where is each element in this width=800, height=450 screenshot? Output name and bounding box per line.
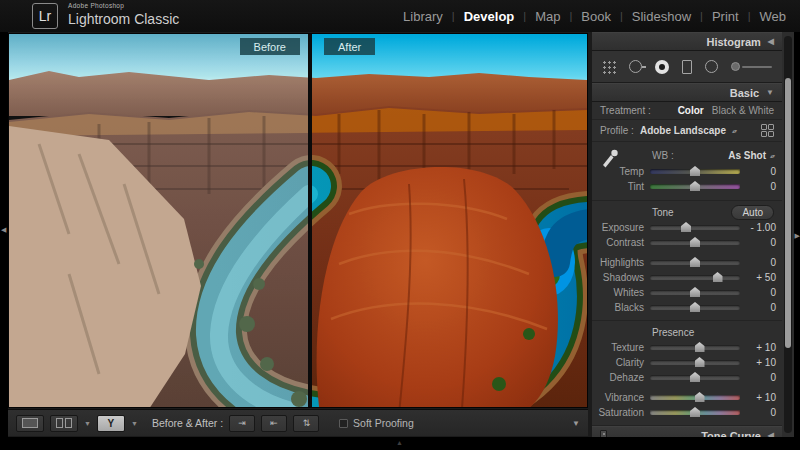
copy-after-to-before-button[interactable]: ⇤ bbox=[261, 415, 287, 432]
slider-value: + 10 bbox=[740, 357, 776, 368]
right-edge-strip[interactable]: ▶ bbox=[794, 32, 800, 450]
histogram-panel-header[interactable]: Histogram ◀ bbox=[592, 32, 782, 51]
soft-proofing-checkbox[interactable] bbox=[339, 419, 348, 428]
profile-browser-icon[interactable] bbox=[761, 124, 774, 137]
slider-track[interactable] bbox=[650, 225, 740, 230]
slider-label: Whites bbox=[592, 287, 650, 298]
treatment-bw-button[interactable]: Black & White bbox=[712, 105, 774, 116]
slider-track[interactable] bbox=[650, 290, 740, 295]
graduated-filter-icon[interactable] bbox=[682, 60, 692, 74]
profile-dropdown-icon[interactable]: ▴▾ bbox=[732, 127, 736, 134]
slider-label: Texture bbox=[592, 342, 650, 353]
loupe-view-button[interactable] bbox=[16, 415, 44, 432]
slider-knob[interactable] bbox=[690, 181, 700, 191]
slider-knob[interactable] bbox=[695, 392, 705, 402]
before-image[interactable] bbox=[9, 34, 308, 408]
after-image[interactable] bbox=[312, 34, 588, 408]
slider-value: 0 bbox=[740, 287, 776, 298]
compare-view-dropdown-icon[interactable]: ▼ bbox=[84, 420, 91, 427]
slider-label: Contrast bbox=[592, 237, 650, 248]
toolbar-overflow-chevron-icon[interactable]: ▼ bbox=[572, 419, 580, 428]
soft-proofing-toggle[interactable]: Soft Proofing bbox=[339, 417, 414, 429]
swap-before-after-button[interactable]: ⇅ bbox=[293, 415, 319, 432]
slider-value: 0 bbox=[740, 166, 776, 177]
spot-removal-icon[interactable] bbox=[629, 60, 642, 73]
scrollbar-thumb[interactable] bbox=[785, 78, 791, 348]
radial-filter-icon[interactable] bbox=[705, 60, 718, 73]
before-after-label: Before & After : bbox=[152, 417, 223, 429]
slider-blacks: Blacks0 bbox=[592, 300, 782, 315]
left-panel-collapsed-strip[interactable]: ◀ bbox=[0, 32, 8, 450]
basic-panel-header[interactable]: Basic ▼ bbox=[592, 83, 782, 102]
filmstrip-collapsed-bar[interactable]: ▲ bbox=[0, 437, 800, 450]
slider-knob[interactable] bbox=[690, 166, 700, 176]
profile-select[interactable]: Adobe Landscape bbox=[640, 125, 726, 136]
split-divider[interactable] bbox=[308, 34, 312, 408]
module-map[interactable]: Map bbox=[535, 9, 560, 24]
auto-tone-button[interactable]: Auto bbox=[731, 205, 774, 220]
module-develop[interactable]: Develop bbox=[464, 9, 515, 24]
red-eye-icon[interactable] bbox=[655, 60, 669, 74]
treatment-row: Treatment : Color Black & White bbox=[592, 102, 782, 120]
slider-track[interactable] bbox=[650, 305, 740, 310]
slider-value: 0 bbox=[740, 372, 776, 383]
slider-shadows: Shadows+ 50 bbox=[592, 270, 782, 285]
wb-select[interactable]: As Shot bbox=[728, 150, 766, 161]
panel-scrollbar[interactable] bbox=[784, 36, 792, 433]
module-book[interactable]: Book bbox=[581, 9, 611, 24]
slider-value: 0 bbox=[740, 302, 776, 313]
module-slideshow[interactable]: Slideshow bbox=[632, 9, 691, 24]
slider-value: 0 bbox=[740, 407, 776, 418]
slider-track[interactable] bbox=[650, 345, 740, 350]
slider-track[interactable] bbox=[650, 410, 740, 415]
slider-track[interactable] bbox=[650, 169, 740, 174]
copy-before-to-after-button[interactable]: ⇥ bbox=[229, 415, 255, 432]
slider-track[interactable] bbox=[650, 360, 740, 365]
slider-track[interactable] bbox=[650, 375, 740, 380]
slider-knob[interactable] bbox=[681, 222, 691, 232]
slider-label: Exposure bbox=[592, 222, 650, 233]
slider-track[interactable] bbox=[650, 275, 740, 280]
before-after-view[interactable]: Before After bbox=[8, 33, 588, 408]
slider-knob[interactable] bbox=[690, 407, 700, 417]
treatment-color-button[interactable]: Color bbox=[678, 105, 704, 116]
module-library[interactable]: Library bbox=[403, 9, 443, 24]
right-panel-arrow-icon[interactable]: ▶ bbox=[795, 232, 800, 240]
slider-knob[interactable] bbox=[713, 272, 723, 282]
slider-label: Highlights bbox=[592, 257, 650, 268]
before-after-dropdown-icon[interactable]: ▼ bbox=[131, 420, 138, 427]
compare-view-button[interactable] bbox=[50, 415, 78, 432]
white-balance-block: WB : As Shot ▴▾ Temp0Tint0 bbox=[592, 142, 782, 201]
left-panel-expand-arrow-icon[interactable]: ◀ bbox=[1, 226, 6, 234]
slider-knob[interactable] bbox=[690, 237, 700, 247]
before-badge: Before bbox=[240, 38, 300, 55]
slider-knob[interactable] bbox=[690, 372, 700, 382]
crop-overlay-icon[interactable] bbox=[602, 60, 616, 74]
module-print[interactable]: Print bbox=[712, 9, 739, 24]
slider-value: + 50 bbox=[740, 272, 776, 283]
slider-clarity: Clarity+ 10 bbox=[592, 355, 782, 370]
slider-whites: Whites0 bbox=[592, 285, 782, 300]
slider-track[interactable] bbox=[650, 395, 740, 400]
module-web[interactable]: Web bbox=[760, 9, 787, 24]
slider-value: 0 bbox=[740, 181, 776, 192]
white-balance-eyedropper-icon[interactable] bbox=[600, 148, 620, 172]
slider-knob[interactable] bbox=[690, 257, 700, 267]
slider-knob[interactable] bbox=[690, 287, 700, 297]
slider-label: Tint bbox=[592, 181, 650, 192]
slider-track[interactable] bbox=[650, 240, 740, 245]
slider-knob[interactable] bbox=[690, 302, 700, 312]
slider-track[interactable] bbox=[650, 260, 740, 265]
slider-knob[interactable] bbox=[695, 342, 705, 352]
wb-dropdown-icon[interactable]: ▴▾ bbox=[770, 152, 774, 159]
adjustment-brush-icon[interactable] bbox=[731, 62, 772, 71]
filmstrip-reveal-arrow-icon[interactable]: ▲ bbox=[396, 439, 403, 446]
module-separator: | bbox=[748, 10, 751, 22]
profile-row: Profile : Adobe Landscape ▴▾ bbox=[592, 120, 782, 142]
slider-track[interactable] bbox=[650, 184, 740, 189]
slider-dehaze: Dehaze0 bbox=[592, 370, 782, 385]
before-after-view-button[interactable]: Y bbox=[97, 415, 125, 432]
slider-knob[interactable] bbox=[695, 357, 705, 367]
slider-label: Shadows bbox=[592, 272, 650, 283]
slider-tint: Tint0 bbox=[592, 179, 782, 194]
